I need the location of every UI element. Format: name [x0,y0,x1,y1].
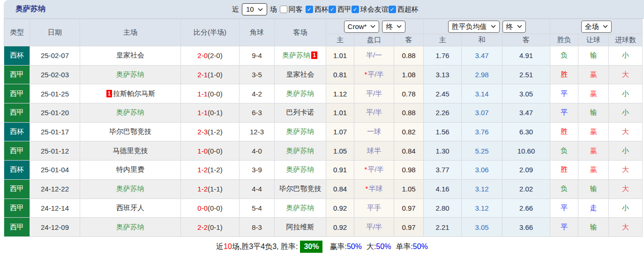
away-odds: 1.05 [394,179,424,198]
col-header-type: 类型 [4,19,30,46]
avg-draw-odds: 3.76 [462,122,502,141]
team-name: 奥萨苏纳 [116,223,144,231]
home-odds: 1.01 [326,103,354,123]
type-badge: 西甲 [4,198,30,218]
league-filter-checkbox[interactable]: ✓西甲 [329,5,352,14]
sub-header-odds-away: 客 [394,34,424,46]
half-score: (0-1) [208,223,223,231]
avg-away-odds: 2.09 [502,161,550,180]
home-team: 毕尔巴鄂竞技 [80,122,181,141]
match-date: 25-01-12 [30,141,80,161]
away-odds: 0.98 [394,161,424,180]
away-team: 毕尔巴鄂竞技 [275,179,326,198]
odds-period-select[interactable]: 终 [382,21,405,33]
filter-controls: 近 10 场 同客 ✓西杯✓西甲✓球会友谊✓西超杯 [232,0,419,19]
rate1-value: 50% [347,242,362,251]
table-row: 西甲24-12-14西班牙人0-0(0-0)5-4奥萨苏纳0.92平手0.972… [4,198,643,218]
result-handicap: 输 [578,218,609,237]
home-team: 奥萨苏纳 [80,218,181,237]
type-badge: 西杯 [4,122,30,141]
score: 2-0(2-0) [181,46,240,66]
team-name: 特内里费 [116,165,144,173]
table-row: 西甲25-01-20奥萨苏纳1-1(0-1)6-3巴列卡诺1.01平/半0.88… [4,103,643,123]
handicap: 平/半 [354,218,394,237]
league-filter-label: 西甲 [337,5,352,14]
scope-select[interactable]: 全场 [581,21,612,33]
away-team: 奥萨苏纳 [275,198,326,218]
corner-score: 5-4 [240,198,275,218]
sub-header-handicap-result: 让球 [578,34,609,46]
full-score: 2-2 [197,223,208,231]
handicap-star: * [364,70,367,78]
odds-group-header: Crow* 终 [326,19,424,34]
result-handicap: 输 [578,46,609,66]
type-badge: 西甲 [4,84,30,103]
result-handicap: 赢 [578,122,609,141]
away-odds: 0.84 [394,141,424,161]
avg-draw-odds: 3.12 [462,179,502,198]
result-handicap: 输 [578,103,609,123]
handicap-text: 平/半 [366,108,382,116]
avg-home-odds: 2.45 [424,84,462,103]
sub-header-avg-home: 主 [424,34,462,46]
handicap: 半/一 [354,46,394,66]
half-score: (0-0) [208,147,223,155]
half-score: (1-0) [208,71,223,79]
avg-home-odds: 2.80 [424,198,462,218]
full-score: 1-0 [197,147,208,155]
bookmaker-select[interactable]: Crow* [344,21,380,33]
league-filter-checkbox[interactable]: ✓西超杯 [389,5,419,14]
table-row: 西甲25-02-03奥萨苏纳2-1(1-0)3-5皇家社会0.81*平/半1.0… [4,65,643,84]
away-team: 皇家社会 [275,65,326,84]
away-odds: 0.88 [394,46,424,66]
score: 2-3(1-2) [181,122,240,141]
avg-away-odds: 10.60 [502,141,550,161]
team-name: 阿拉维斯 [286,223,315,231]
avg-type-select[interactable]: 胜平负均值 [448,21,500,33]
match-date: 24-12-22 [30,179,80,198]
handicap-text: 球半 [367,147,381,154]
avg-away-odds: 3.66 [502,218,550,237]
score: 1-1(0-0) [181,84,240,103]
corner-score: 4-4 [240,179,275,198]
chevron-down-icon [517,25,522,28]
chevron-down-icon [491,25,496,28]
result-goals: 大 [609,218,643,237]
away-team: 巴列卡诺 [275,103,326,123]
result-goals: 小 [609,46,643,66]
avg-home-odds: 2.26 [424,103,462,123]
league-filter-checkbox[interactable]: ✓西杯 [306,5,329,14]
home-odds: 0.84 [326,179,354,198]
team-name: 奥萨苏纳 [116,108,144,116]
league-filter-checkbox[interactable]: ✓球会友谊 [352,5,389,14]
same-opponent-checkbox[interactable]: 同客 [280,5,303,14]
league-filter-label: 球会友谊 [360,5,389,14]
corner-score: 6-3 [240,103,275,123]
away-odds: 0.88 [394,103,424,123]
sub-header-handicap: 盘口 [354,34,394,46]
match-date: 25-02-03 [30,65,80,84]
match-table: 类型 日期 主场 比分(半场) 角球 客场 Crow* 终 [4,19,643,237]
type-badge: 西甲 [4,179,30,198]
avg-away-odds: 2.02 [502,179,550,198]
sub-header-odds-home: 主 [326,34,354,46]
rate1-label: 赢率: [329,242,346,252]
half-score: (2-0) [208,51,223,59]
away-odds: 1.08 [394,65,424,84]
avg-period-select[interactable]: 终 [502,21,526,33]
team-name: 马德里竞技 [113,147,148,154]
score: 1-2(1-1) [181,179,240,198]
full-score: 2-0 [197,51,208,59]
checkbox-checked-icon: ✓ [389,6,396,13]
home-team: 奥萨苏纳 [80,179,181,198]
result-outcome: 负 [550,141,578,161]
table-row: 西杯25-02-07皇家社会2-0(2-0)9-4奥萨苏纳11.01半/一0.8… [4,46,643,66]
sub-header-avg-draw: 和 [462,34,502,46]
result-handicap: 走 [578,198,609,218]
chevron-down-icon [397,25,402,28]
recent-count-select[interactable]: 10 [242,3,267,15]
away-team: 阿拉维斯 [275,218,326,237]
chevron-down-icon [603,25,608,28]
away-team: 奥萨苏纳 [275,141,326,161]
home-team: 1拉斯帕尔马斯 [80,84,181,103]
